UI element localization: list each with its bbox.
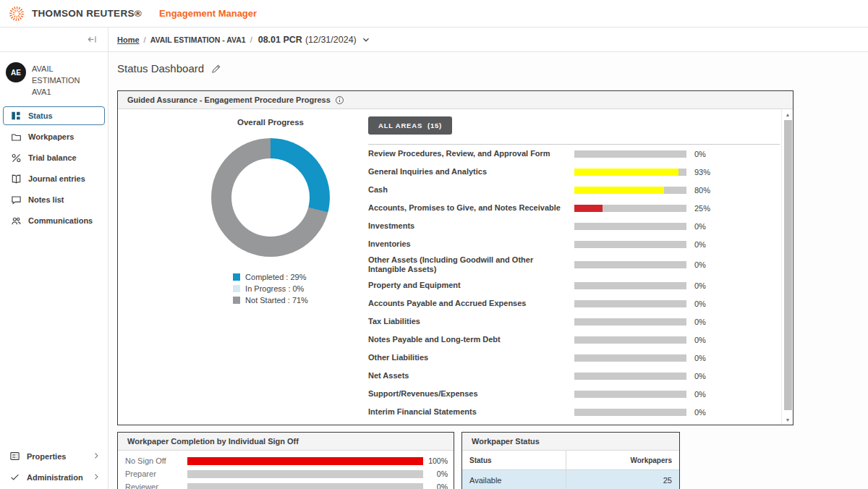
area-row: Accounts Payable and Accrued Expenses 0% xyxy=(368,294,780,312)
area-row: Review Procedures, Review, and Approval … xyxy=(368,145,780,163)
breadcrumb-home-link[interactable]: Home xyxy=(117,35,140,44)
breadcrumb-separator: / xyxy=(144,35,146,44)
area-percent: 0% xyxy=(694,281,727,290)
legend-swatch xyxy=(233,297,240,304)
note-icon xyxy=(10,194,22,205)
signoff-percent: 100% xyxy=(423,456,448,465)
signoff-percent: 0% xyxy=(423,482,448,489)
sidebar-item-label: Communications xyxy=(28,216,93,225)
status-table-row[interactable]: Available 25 xyxy=(462,470,679,489)
sidebar-item-journal-entries[interactable]: Journal entries xyxy=(3,169,105,188)
scroll-down-icon[interactable]: ▼ xyxy=(782,414,793,425)
vertical-scrollbar[interactable]: ▲ ▼ xyxy=(781,109,793,425)
sidebar-nav: Status Workpapers Trial balance Journal … xyxy=(0,105,108,234)
scroll-up-icon[interactable]: ▲ xyxy=(782,109,793,119)
areas-block: ALL AREAS (15) Review Procedures, Review… xyxy=(368,116,780,421)
procedure-progress-title: Guided Assurance - Engagement Procedure … xyxy=(127,95,331,104)
area-label: General Inquiries and Analytics xyxy=(368,165,574,179)
overall-progress-chart: Overall Progress Completed : 29% In Prog… xyxy=(180,118,361,307)
people-icon xyxy=(10,215,22,226)
sidebar-item-label: Administration xyxy=(27,473,83,482)
workpaper-status-title: Workpaper Status xyxy=(472,437,540,446)
area-progress-track xyxy=(574,300,686,307)
all-areas-button[interactable]: ALL AREAS (15) xyxy=(368,116,452,135)
area-label: Support/Revenues/Expenses xyxy=(368,387,574,401)
area-label: Accounts, Promises to Give, and Notes Re… xyxy=(368,201,574,215)
area-row: Other Liabilities 0% xyxy=(368,349,780,367)
area-label: Inventories xyxy=(368,237,574,251)
area-progress-track xyxy=(574,261,686,268)
sidebar-item-properties[interactable]: Properties xyxy=(0,446,108,467)
area-row: Net Assets 0% xyxy=(368,367,780,385)
area-row: Inventories 0% xyxy=(368,235,780,253)
area-progress-track xyxy=(574,187,686,194)
area-row: Interim Financial Statements 0% xyxy=(368,403,780,421)
area-percent: 0% xyxy=(694,260,727,269)
dashboard-icon xyxy=(10,110,22,122)
breadcrumb-engagement-link[interactable]: AVAIL ESTIMATION - AVA1 xyxy=(150,35,246,44)
legend-swatch xyxy=(233,285,240,292)
signoff-panel-header: Workpaper Completion by Individual Sign … xyxy=(118,433,454,451)
area-percent: 0% xyxy=(694,372,727,380)
signoff-completion-panel: Workpaper Completion by Individual Sign … xyxy=(117,432,454,489)
area-progress-track xyxy=(574,318,686,326)
sidebar-item-notes-list[interactable]: Notes list xyxy=(3,190,105,209)
area-label: Review Procedures, Review, and Approval … xyxy=(368,147,574,161)
workpapers-column-header: Workpapers xyxy=(566,451,679,469)
legend-item: In Progress : 0% xyxy=(233,283,308,294)
area-label: Other Assets (Including Goodwill and Oth… xyxy=(368,253,574,276)
brand-text: THOMSON REUTERS® xyxy=(32,8,142,19)
signoff-panel-title: Workpaper Completion by Individual Sign … xyxy=(127,437,299,446)
sidebar-item-trial-balance[interactable]: Trial balance xyxy=(3,148,105,167)
scrollbar-thumb[interactable] xyxy=(784,120,792,410)
area-progress-track xyxy=(574,241,686,248)
area-progress-track xyxy=(574,354,686,362)
area-label: Investments xyxy=(368,219,574,233)
area-percent: 93% xyxy=(694,168,727,177)
thomson-reuters-logo-icon xyxy=(9,6,25,22)
sidebar-item-label: Trial balance xyxy=(28,153,77,162)
area-progress-track xyxy=(574,373,686,380)
area-progress-track xyxy=(574,205,686,212)
overall-progress-donut xyxy=(211,138,330,257)
area-progress-fill xyxy=(574,187,664,194)
sidebar-item-communications[interactable]: Communications xyxy=(3,211,105,230)
area-progress-track xyxy=(574,223,686,230)
breadcrumb: Home / AVAIL ESTIMATION - AVA1 / 08.01 P… xyxy=(109,27,868,52)
area-label: Cash xyxy=(368,183,574,197)
collapse-sidebar-icon[interactable] xyxy=(87,34,98,45)
edit-title-pencil-icon[interactable] xyxy=(211,64,221,74)
area-row: Tax Liabilities 0% xyxy=(368,312,780,331)
sidebar-item-label: Workpapers xyxy=(28,132,74,141)
sidebar-item-workpapers[interactable]: Workpapers xyxy=(3,127,105,146)
check-icon xyxy=(9,472,20,483)
status-table-header: Status Workpapers xyxy=(462,451,679,470)
area-row: Support/Revenues/Expenses 0% xyxy=(368,385,780,403)
sidebar-item-label: Properties xyxy=(27,452,66,461)
signoff-progress-fill xyxy=(187,457,423,465)
workpaper-status-header: Workpaper Status xyxy=(462,433,679,451)
status-table-body: Available 25 xyxy=(462,470,679,489)
procedure-progress-panel: Guided Assurance - Engagement Procedure … xyxy=(117,90,793,425)
area-progress-track xyxy=(574,169,686,176)
engagement-name: AVAIL ESTIMATION AVA1 xyxy=(32,62,102,98)
area-label: Accounts Payable and Accrued Expenses xyxy=(368,297,574,310)
sidebar-item-status[interactable]: Status xyxy=(3,106,105,125)
chevron-right-icon xyxy=(92,451,101,462)
area-row: Other Assets (Including Goodwill and Oth… xyxy=(368,253,780,276)
chevron-down-icon[interactable] xyxy=(361,35,371,45)
breadcrumb-document[interactable]: 08.01 PCR xyxy=(258,35,302,45)
info-icon[interactable] xyxy=(335,95,344,105)
area-row: Investments 0% xyxy=(368,217,780,235)
area-row: Notes Payable and Long-term Debt 0% xyxy=(368,331,780,349)
area-percent: 80% xyxy=(694,186,727,195)
area-label: Notes Payable and Long-term Debt xyxy=(368,333,574,346)
legend-swatch xyxy=(233,273,240,281)
sidebar-item-administration[interactable]: Administration xyxy=(0,467,108,488)
signoff-progress-track xyxy=(187,483,423,489)
properties-icon xyxy=(9,451,20,462)
status-value: Available xyxy=(469,476,501,485)
app-name: Engagement Manager xyxy=(159,8,257,19)
area-row: General Inquiries and Analytics 93% xyxy=(368,163,780,181)
area-label: Other Liabilities xyxy=(368,351,574,365)
